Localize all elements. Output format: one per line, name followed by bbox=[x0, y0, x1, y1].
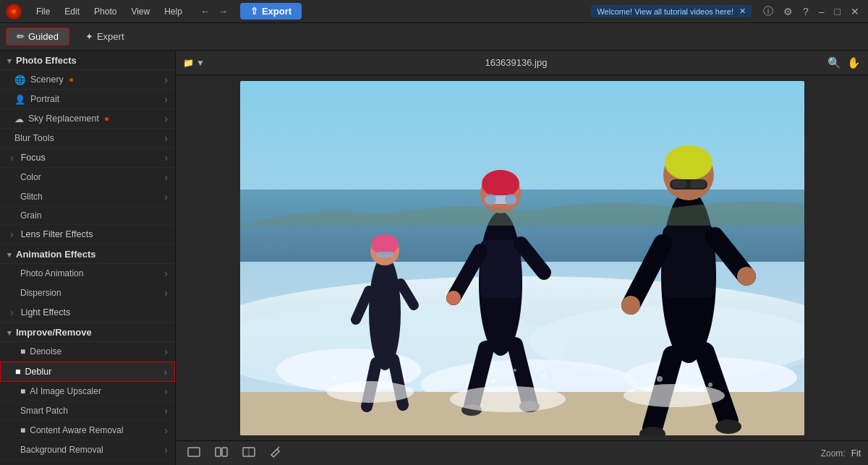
scenery-label: Scenery bbox=[30, 74, 64, 85]
sidebar-item-lens-filter[interactable]: Lens Filter Effects bbox=[0, 225, 175, 244]
sidebar-item-background-removal[interactable]: Background Removal bbox=[0, 440, 175, 460]
svg-point-48 bbox=[327, 381, 414, 403]
expert-icon: ✦ bbox=[85, 31, 93, 42]
info-icon[interactable]: ⓘ bbox=[760, 4, 776, 20]
svg-rect-38 bbox=[671, 180, 687, 188]
toolbar-right: 🔍 ✋ bbox=[827, 56, 861, 69]
split-view-button[interactable] bbox=[210, 445, 232, 461]
smart-patch-chevron bbox=[164, 405, 168, 417]
minimize-button[interactable]: – bbox=[816, 4, 827, 19]
folder-button[interactable]: 📁 ▼ bbox=[183, 58, 205, 68]
image-viewer bbox=[176, 75, 868, 440]
grain-label: Grain bbox=[20, 210, 41, 221]
edit-button[interactable] bbox=[265, 444, 286, 462]
redo-button[interactable]: → bbox=[215, 4, 231, 19]
menu-edit[interactable]: Edit bbox=[59, 5, 85, 18]
sidebar-item-denoise[interactable]: ■ Denoise bbox=[0, 342, 175, 362]
light-effects-label: Light Effects bbox=[21, 307, 71, 317]
single-view-button[interactable] bbox=[183, 445, 205, 461]
sidebar-item-portrait[interactable]: 👤 Portrait bbox=[0, 90, 175, 109]
folder-dropdown-icon: ▼ bbox=[196, 58, 205, 68]
bg-removal-chevron bbox=[164, 444, 168, 456]
content-aware-icon: ■ bbox=[20, 425, 25, 435]
close-button[interactable]: ✕ bbox=[848, 4, 862, 19]
help-icon[interactable]: ? bbox=[800, 4, 812, 19]
content-area: 📁 ▼ 163639136.jpg 🔍 ✋ bbox=[176, 51, 868, 465]
deblur-label: Deblur bbox=[25, 367, 52, 377]
sidebar-section-light-effects[interactable]: Light Effects bbox=[0, 303, 175, 323]
sidebar-item-ai-upscaler[interactable]: ■ AI Image Upscaler bbox=[0, 382, 175, 401]
glitch-chevron bbox=[164, 191, 168, 202]
sidebar-item-color[interactable]: Color bbox=[0, 168, 175, 187]
focus-expand bbox=[10, 152, 17, 163]
sky-chevron bbox=[164, 113, 168, 124]
settings-icon[interactable]: ⚙ bbox=[780, 4, 796, 19]
blur-chevron bbox=[164, 132, 168, 144]
sidebar: Photo Effects 🌐 Scenery 👤 Portrait ☁ Sky… bbox=[0, 51, 176, 465]
export-button[interactable]: ⇧ Export bbox=[240, 3, 302, 20]
undo-redo-group: ← → bbox=[197, 4, 231, 19]
compare-button[interactable] bbox=[238, 445, 260, 461]
menu-view[interactable]: View bbox=[125, 5, 156, 18]
dispersion-label: Dispersion bbox=[20, 288, 61, 298]
sidebar-item-sky-replacement[interactable]: ☁ Sky Replacement bbox=[0, 109, 175, 129]
guided-mode-button[interactable]: ✏ Guided bbox=[6, 27, 69, 46]
sidebar-item-smart-patch[interactable]: Smart Patch bbox=[0, 401, 175, 421]
focus-label: Focus bbox=[21, 153, 46, 163]
edit-icon bbox=[270, 446, 281, 458]
menu-bar: File Edit Photo View Help bbox=[30, 5, 188, 18]
expert-mode-button[interactable]: ✦ Expert bbox=[75, 28, 135, 45]
photo-animation-chevron bbox=[164, 268, 168, 279]
sidebar-item-content-aware[interactable]: ■ Content Aware Removal bbox=[0, 421, 175, 440]
sidebar-item-dispersion[interactable]: Dispersion bbox=[0, 283, 175, 303]
svg-point-49 bbox=[450, 386, 566, 412]
dispersion-chevron bbox=[164, 287, 168, 299]
svg-point-1 bbox=[12, 9, 16, 14]
split-view-icon bbox=[215, 447, 228, 457]
search-view-icon[interactable]: 🔍 bbox=[827, 56, 841, 69]
app-logo bbox=[6, 4, 22, 20]
sidebar-section-photo-effects[interactable]: Photo Effects bbox=[0, 51, 175, 70]
sidebar-item-deblur[interactable]: ■ Deblur bbox=[0, 362, 175, 382]
sidebar-item-grain[interactable]: Grain bbox=[0, 207, 175, 225]
content-aware-label: Content Aware Removal bbox=[30, 425, 123, 435]
svg-point-56 bbox=[542, 374, 546, 378]
sidebar-section-improve[interactable]: Improve/Remove bbox=[0, 323, 175, 342]
hand-tool-icon[interactable]: ✋ bbox=[847, 56, 861, 69]
sidebar-item-photo-animation[interactable]: Photo Animation bbox=[0, 264, 175, 283]
svg-point-25 bbox=[505, 194, 516, 205]
svg-line-65 bbox=[277, 447, 279, 449]
chevron-animation bbox=[7, 249, 12, 260]
photo-effects-label: Photo Effects bbox=[16, 55, 77, 66]
menu-file[interactable]: File bbox=[30, 5, 56, 18]
bg-removal-label: Background Removal bbox=[20, 445, 103, 455]
svg-point-53 bbox=[382, 371, 388, 377]
upscaler-label: AI Image Upscaler bbox=[30, 386, 101, 396]
menu-photo[interactable]: Photo bbox=[88, 5, 122, 18]
svg-point-22 bbox=[482, 170, 519, 197]
maximize-button[interactable]: □ bbox=[832, 4, 843, 19]
deblur-icon: ■ bbox=[15, 367, 21, 377]
chevron-photo-effects bbox=[7, 55, 12, 66]
notification-close[interactable]: ✕ bbox=[739, 7, 746, 16]
image-filename: 163639136.jpg bbox=[209, 57, 823, 68]
svg-point-54 bbox=[491, 379, 495, 383]
undo-button[interactable]: ← bbox=[197, 4, 213, 19]
svg-point-55 bbox=[514, 369, 516, 372]
sidebar-item-blur-tools[interactable]: Blur Tools bbox=[0, 129, 175, 148]
content-aware-chevron bbox=[164, 425, 168, 436]
svg-point-36 bbox=[665, 145, 712, 180]
sky-badge bbox=[105, 117, 109, 121]
portrait-chevron bbox=[164, 93, 168, 105]
photo-animation-label: Photo Animation bbox=[20, 268, 83, 278]
sidebar-item-focus[interactable]: Focus bbox=[0, 148, 175, 168]
sidebar-item-glitch[interactable]: Glitch bbox=[0, 187, 175, 207]
sidebar-section-animation[interactable]: Animation Effects bbox=[0, 244, 175, 264]
compare-icon bbox=[242, 447, 255, 457]
main-image bbox=[240, 81, 804, 435]
menu-help[interactable]: Help bbox=[158, 5, 188, 18]
blur-label: Blur Tools bbox=[14, 133, 54, 143]
sidebar-section-extract[interactable]: Extract/Compose bbox=[0, 460, 175, 465]
sidebar-item-scenery[interactable]: 🌐 Scenery bbox=[0, 70, 175, 90]
animation-label: Animation Effects bbox=[16, 249, 96, 260]
